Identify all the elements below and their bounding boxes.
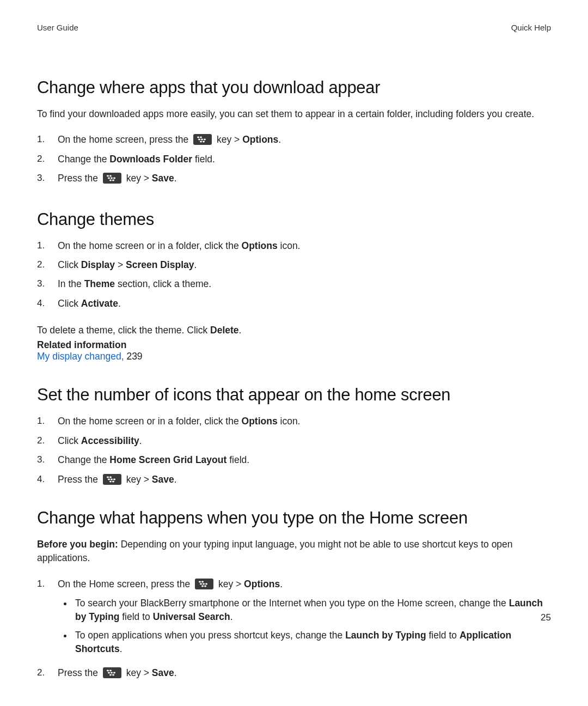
svg-point-21 [199,581,201,582]
svg-point-19 [109,480,112,482]
list-item: 2. Press the key > Save. [37,666,551,680]
svg-point-11 [113,178,115,179]
steps-s4: 1. On the Home screen, press the key > O… [37,577,551,680]
steps-s2: 1. On the home screen or in a folder, cl… [37,239,551,311]
page-number: 25 [541,612,551,623]
related-information-label: Related information [37,339,551,351]
list-item: 3. In the Theme section, click a theme. [37,277,551,291]
svg-point-30 [108,672,110,673]
svg-point-12 [109,180,112,181]
before-you-begin: Before you begin: Depending on your typi… [37,538,551,565]
steps-s3: 1. On the home screen or in a folder, cl… [37,415,551,486]
svg-point-29 [109,670,112,671]
document-page: User Guide Quick Help Change where apps … [0,0,588,706]
blackberry-key-icon [195,579,213,589]
header-left: User Guide [37,23,78,32]
svg-point-28 [107,670,109,671]
svg-point-34 [112,674,114,675]
svg-point-33 [109,674,112,675]
intro-s1: To find your downloaded apps more easily… [37,107,551,121]
sub-bullets: To search your BlackBerry smartphone or … [73,597,551,656]
svg-point-2 [198,139,200,141]
svg-point-13 [112,180,114,181]
heading-set-icon-count: Set the number of icons that appear on t… [37,385,551,405]
svg-point-8 [109,175,112,177]
svg-point-0 [197,137,199,138]
heading-change-download-location: Change where apps that you download appe… [37,78,551,98]
svg-point-3 [201,139,203,141]
list-item: 1. On the home screen or in a folder, cl… [37,239,551,253]
svg-point-4 [204,139,206,141]
svg-point-23 [200,583,202,585]
svg-point-18 [113,478,115,480]
header-right: Quick Help [511,23,551,32]
svg-point-10 [111,178,113,179]
svg-point-25 [205,583,207,585]
svg-point-22 [201,581,204,582]
list-item: To search your BlackBerry smartphone or … [73,597,551,624]
svg-point-24 [203,583,205,585]
blackberry-key-icon [103,173,121,184]
heading-typing-home-screen: Change what happens when you type on the… [37,508,551,528]
svg-point-5 [200,141,202,143]
blackberry-key-icon [193,134,212,145]
list-item: 3. Press the key > Save. [37,172,551,185]
svg-point-14 [107,476,109,478]
steps-s1: 1. On the home screen, press the key > O… [37,133,551,185]
svg-point-6 [203,141,205,143]
related-info-block: To delete a theme, click the theme. Clic… [37,324,551,362]
page-header: User Guide Quick Help [37,23,551,32]
svg-point-16 [108,478,110,480]
heading-change-themes: Change themes [37,210,551,229]
svg-point-32 [113,672,115,673]
list-item: 4. Click Activate. [37,297,551,311]
list-item: 1. On the home screen, press the key > O… [37,133,551,147]
svg-point-20 [112,480,114,482]
list-item: 2. Change the Downloads Folder field. [37,153,551,166]
list-item: To open applications when you press shor… [73,629,551,656]
list-item: 3. Change the Home Screen Grid Layout fi… [37,453,551,467]
list-item: 2. Click Display > Screen Display. [37,258,551,272]
delete-theme-note: To delete a theme, click the theme. Clic… [37,324,551,337]
list-item: 4. Press the key > Save. [37,473,551,486]
svg-point-1 [200,137,202,138]
svg-point-26 [201,585,204,587]
svg-point-17 [111,478,113,480]
svg-point-7 [107,175,109,177]
svg-point-9 [108,178,110,179]
svg-point-27 [204,585,206,587]
svg-point-31 [111,672,113,673]
list-item: 1. On the Home screen, press the key > O… [37,577,551,661]
svg-point-15 [109,476,112,478]
list-item: 2. Click Accessibility. [37,434,551,448]
blackberry-key-icon [103,667,121,678]
blackberry-key-icon [103,474,121,485]
link-my-display-changed[interactable]: My display changed, [37,351,124,362]
list-item: 1. On the home screen or in a folder, cl… [37,415,551,428]
related-link-line: My display changed, 239 [37,351,551,362]
